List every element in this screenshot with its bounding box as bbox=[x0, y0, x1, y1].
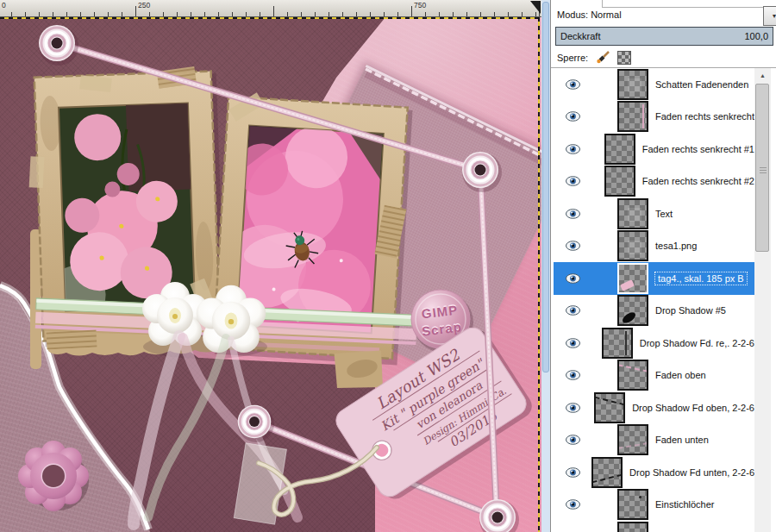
layer-row[interactable]: Faden rechts senkrecht #2 bbox=[554, 166, 754, 198]
flower-button bbox=[18, 441, 89, 511]
thumbnail-content bbox=[619, 523, 647, 532]
lock-alpha-button checkerboard-icon[interactable] bbox=[617, 51, 631, 65]
mode-dropdown-button[interactable]: ▾ bbox=[763, 6, 776, 26]
layer-row[interactable]: Drop Shadow Fd unten, 2-2-6 bbox=[554, 456, 754, 489]
layer-thumbnail[interactable] bbox=[591, 457, 623, 488]
thumbnail-content bbox=[619, 491, 647, 518]
layer-name[interactable]: Faden unten bbox=[655, 435, 709, 445]
layer-thumbnail[interactable] bbox=[617, 263, 648, 294]
thumbnail-content bbox=[593, 459, 621, 486]
lock-label: Sperre: bbox=[557, 53, 588, 63]
layer-mode-row: Modus: Normal bbox=[557, 9, 622, 20]
layer-boundary-top bbox=[0, 17, 540, 19]
layer-thumbnail[interactable] bbox=[617, 295, 648, 326]
layer-row[interactable]: tag4., skal. 185 px B bbox=[554, 262, 754, 295]
layer-thumbnail[interactable] bbox=[617, 522, 648, 532]
lock-paint-button[interactable] bbox=[595, 50, 610, 66]
thumbnail-content bbox=[619, 232, 647, 260]
visibility-eye-icon[interactable] bbox=[566, 144, 580, 154]
visibility-eye-icon[interactable] bbox=[566, 241, 583, 251]
scrapbook-artwork: GIMP Scrap GIMP Scrap bbox=[0, 0, 541, 532]
visibility-eye-icon[interactable] bbox=[566, 499, 583, 510]
thumbnail-content bbox=[619, 103, 647, 130]
corrugated-strip bbox=[47, 329, 97, 349]
thumbnail-content bbox=[596, 394, 623, 422]
layer-thumbnail[interactable] bbox=[617, 360, 648, 391]
layer-name[interactable]: Drop Shadow Fd oben, 2-2-6 bbox=[632, 403, 754, 413]
visibility-eye-icon[interactable] bbox=[566, 370, 583, 380]
visibility-eye-icon[interactable] bbox=[566, 111, 583, 122]
image-canvas[interactable]: GIMP Scrap GIMP Scrap bbox=[0, 0, 541, 532]
layer-thumbnail[interactable] bbox=[617, 230, 648, 261]
tape-strip bbox=[29, 156, 45, 188]
visibility-eye-icon[interactable] bbox=[566, 209, 583, 219]
ruler-label: 750 bbox=[414, 1, 426, 9]
thumbnail-content bbox=[606, 167, 634, 195]
layer-row[interactable]: Einstichlöcher bbox=[554, 489, 754, 522]
layer-thumbnail[interactable] bbox=[617, 198, 648, 229]
layer-name[interactable]: Drop Shadow Fd. re,. 2-2-6 bbox=[640, 338, 754, 348]
ruler-label: 250 bbox=[138, 1, 150, 9]
layer-row[interactable]: Drop Shadow #5 bbox=[554, 295, 754, 328]
visibility-eye-icon[interactable] bbox=[566, 273, 583, 284]
scrollbar-thumb[interactable] bbox=[755, 84, 769, 252]
layer-thumbnail[interactable] bbox=[617, 489, 648, 520]
layer-thumbnail[interactable] bbox=[617, 69, 648, 100]
visibility-eye-icon[interactable] bbox=[566, 435, 583, 445]
layer-row[interactable]: Faden rechts senkrecht bbox=[554, 101, 754, 134]
mode-value[interactable]: Normal bbox=[591, 9, 621, 20]
visibility-eye-icon[interactable] bbox=[566, 338, 580, 348]
visibility-eye-icon[interactable] bbox=[566, 403, 580, 413]
opacity-label: Deckkraft bbox=[560, 31, 600, 41]
arrow-up-icon: ▲ bbox=[760, 72, 766, 78]
thumbnail-content bbox=[619, 200, 647, 228]
layer-name[interactable]: Faden rechts senkrecht #2 bbox=[642, 176, 754, 186]
chevron-down-icon: ▾ bbox=[773, 12, 776, 20]
thumbnail-content bbox=[604, 329, 631, 357]
layer-row[interactable]: Schatten Fadenenden bbox=[554, 68, 754, 101]
canvas-vertical-scrollbar[interactable] bbox=[541, 0, 550, 532]
layer-row[interactable]: Faden rechts senkrecht #1 bbox=[554, 133, 754, 166]
layer-name[interactable]: tesa1.png bbox=[655, 241, 697, 251]
layer-thumbnail[interactable] bbox=[604, 166, 635, 197]
visibility-eye-icon[interactable] bbox=[566, 467, 580, 478]
thumbnail-content bbox=[619, 426, 647, 454]
layer-name[interactable]: tag4., skal. 185 px B bbox=[655, 272, 747, 285]
layer-name[interactable]: Faden oben bbox=[655, 370, 706, 380]
ruler-major-ticks bbox=[0, 6, 541, 16]
layers-scrollbar[interactable]: ▲ bbox=[754, 68, 771, 532]
layer-name[interactable]: Schatten Fadenenden bbox=[655, 79, 748, 90]
visibility-eye-icon[interactable] bbox=[566, 79, 583, 90]
layer-row[interactable]: Drop Shadow Fd. re,. 2-2-6 bbox=[554, 327, 754, 360]
layer-name[interactable]: Faden rechts senkrecht bbox=[655, 111, 754, 122]
layer-row[interactable]: Faden unten bbox=[554, 424, 754, 457]
layer-name[interactable]: Drop Shadow Fd unten, 2-2-6 bbox=[629, 467, 754, 478]
layer-row[interactable]: tesa1.png bbox=[554, 230, 754, 263]
opacity-slider[interactable]: Deckkraft 100,0 bbox=[555, 27, 773, 46]
layer-name[interactable]: Faden rechts senkrecht #1 bbox=[642, 144, 754, 154]
layer-thumbnail[interactable] bbox=[617, 424, 648, 455]
scroll-up-button[interactable]: ▲ bbox=[754, 68, 771, 83]
layer-row[interactable]: Drop Shadow Fd oben, 2-2-6 bbox=[554, 391, 754, 424]
scrollbar-grip bbox=[760, 167, 767, 168]
layer-row[interactable]: Faden oben bbox=[554, 360, 754, 392]
visibility-eye-icon[interactable] bbox=[566, 176, 580, 186]
eyelet-top-left bbox=[39, 25, 78, 66]
scrollbar-thumb[interactable] bbox=[542, 2, 549, 372]
horizontal-ruler[interactable]: 0 250 750 bbox=[0, 0, 541, 17]
visibility-eye-icon[interactable] bbox=[566, 305, 583, 316]
layer-thumbnail[interactable] bbox=[604, 134, 635, 165]
eyelet-right bbox=[462, 152, 502, 192]
layer-name[interactable]: Drop Shadow #5 bbox=[655, 305, 726, 316]
layer-thumbnail[interactable] bbox=[602, 328, 633, 359]
layer-row[interactable] bbox=[554, 521, 754, 532]
layer-thumbnail[interactable] bbox=[594, 392, 625, 423]
layer-boundary-right bbox=[538, 17, 540, 532]
layer-name[interactable]: Einstichlöcher bbox=[655, 499, 714, 510]
layer-thumbnail[interactable] bbox=[617, 101, 648, 132]
layer-name[interactable]: Text bbox=[655, 209, 673, 219]
thumbnail-content bbox=[619, 297, 647, 324]
layers-list[interactable]: Schatten Fadenenden Faden rechts senkrec… bbox=[554, 68, 754, 532]
ruler-label: 0 bbox=[2, 1, 6, 9]
layer-row[interactable]: Text bbox=[554, 197, 754, 230]
